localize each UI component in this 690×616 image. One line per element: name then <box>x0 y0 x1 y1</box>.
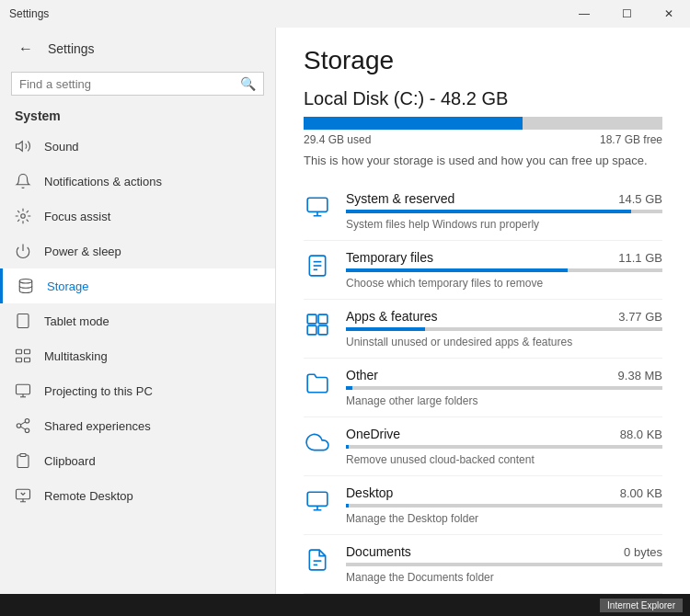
sidebar-item-remote[interactable]: Remote Desktop <box>0 478 275 513</box>
nav-items-container: Sound Notifications & actions Focus assi… <box>0 129 275 513</box>
temp-storage-icon <box>304 252 331 279</box>
svg-rect-9 <box>17 384 30 394</box>
svg-rect-28 <box>307 492 328 506</box>
sidebar-item-focus[interactable]: Focus assist <box>0 199 275 234</box>
sidebar-item-power[interactable]: Power & sleep <box>0 234 275 268</box>
storage-bar-fill-system <box>346 210 631 213</box>
tablet-icon <box>15 313 31 329</box>
page-title: Storage <box>304 46 662 75</box>
svg-rect-19 <box>307 198 328 211</box>
storage-name-desktop: Desktop <box>346 485 393 500</box>
sidebar-item-shared[interactable]: Shared experiences <box>0 408 275 443</box>
storage-item-documents[interactable]: Documents 0 bytes Manage the Documents f… <box>304 535 662 594</box>
search-input[interactable] <box>19 77 240 91</box>
search-icon[interactable]: 🔍 <box>240 76 256 91</box>
disk-stats: 29.4 GB used 18.7 GB free <box>304 133 662 146</box>
storage-info-temp: Temporary files 11.1 GB Choose which tem… <box>346 250 662 290</box>
sidebar-header: ← Settings <box>0 28 275 66</box>
search-box[interactable]: 🔍 <box>11 72 264 96</box>
storage-bar-documents <box>346 563 662 566</box>
storage-top-temp: Temporary files 11.1 GB <box>346 250 662 265</box>
svg-rect-7 <box>17 358 22 362</box>
sidebar-item-label-multitasking: Multitasking <box>44 349 108 363</box>
apps-storage-icon <box>304 311 331 338</box>
storage-size-apps: 3.77 GB <box>618 310 662 324</box>
svg-point-0 <box>21 214 26 219</box>
storage-item-system[interactable]: System & reserved 14.5 GB System files h… <box>304 182 662 241</box>
storage-item-desktop[interactable]: Desktop 8.00 KB Manage the Desktop folde… <box>304 476 662 535</box>
desktop-storage-icon <box>304 487 331 515</box>
storage-top-apps: Apps & features 3.77 GB <box>346 309 662 324</box>
storage-item-temp[interactable]: Temporary files 11.1 GB Choose which tem… <box>304 241 662 300</box>
svg-rect-17 <box>20 454 26 457</box>
shared-icon <box>15 417 31 434</box>
sidebar-item-notifications[interactable]: Notifications & actions <box>0 164 275 199</box>
disk-description: This is how your storage is used and how… <box>304 154 662 167</box>
svg-rect-5 <box>17 349 22 354</box>
storage-item-onedrive[interactable]: OneDrive 88.0 KB Remove unused cloud-bac… <box>304 417 662 476</box>
title-bar-title: Settings <box>9 7 49 20</box>
svg-point-13 <box>17 424 21 428</box>
sidebar-item-label-power: Power & sleep <box>44 245 121 258</box>
notifications-icon <box>15 173 31 189</box>
maximize-button[interactable]: ☐ <box>605 0 648 28</box>
svg-rect-6 <box>25 349 30 354</box>
storage-bar-other <box>346 386 662 390</box>
focus-icon <box>15 208 31 224</box>
sidebar-item-projecting[interactable]: Projecting to this PC <box>0 373 275 408</box>
sidebar-item-label-remote: Remote Desktop <box>44 489 133 503</box>
storage-desc-system: System files help Windows run properly <box>346 218 662 231</box>
onedrive-storage-icon <box>304 428 331 456</box>
sidebar-item-multitasking[interactable]: Multitasking <box>0 338 275 373</box>
sidebar-item-clipboard[interactable]: Clipboard <box>0 443 275 478</box>
storage-size-desktop: 8.00 KB <box>620 486 662 500</box>
storage-name-documents: Documents <box>346 544 411 559</box>
minimize-button[interactable]: — <box>563 0 605 28</box>
sidebar-item-label-sound: Sound <box>44 140 79 154</box>
storage-icon <box>17 278 34 294</box>
multitasking-icon <box>15 348 31 364</box>
storage-bar-fill-onedrive <box>346 445 349 449</box>
back-button[interactable]: ← <box>15 37 37 61</box>
other-storage-icon <box>304 370 331 397</box>
sidebar-item-label-projecting: Projecting to this PC <box>44 384 153 398</box>
storage-size-onedrive: 88.0 KB <box>620 428 662 441</box>
sidebar-item-label-focus: Focus assist <box>44 210 110 223</box>
system-storage-icon <box>304 193 331 221</box>
storage-name-onedrive: OneDrive <box>346 427 400 441</box>
svg-point-14 <box>25 428 29 433</box>
sound-icon <box>15 138 31 154</box>
storage-items-container: System & reserved 14.5 GB System files h… <box>304 182 662 594</box>
svg-rect-26 <box>307 325 316 335</box>
storage-name-system: System & reserved <box>346 191 454 206</box>
storage-info-documents: Documents 0 bytes Manage the Documents f… <box>346 544 662 584</box>
sidebar-item-tablet[interactable]: Tablet mode <box>0 303 275 338</box>
storage-top-documents: Documents 0 bytes <box>346 544 662 559</box>
sidebar-item-label-clipboard: Clipboard <box>44 454 96 468</box>
power-icon <box>15 243 31 259</box>
svg-point-12 <box>25 419 29 424</box>
storage-info-apps: Apps & features 3.77 GB Uninstall unused… <box>346 309 662 348</box>
storage-desc-documents: Manage the Documents folder <box>346 571 662 584</box>
storage-info-onedrive: OneDrive 88.0 KB Remove unused cloud-bac… <box>346 427 662 466</box>
disk-bar-container <box>304 117 662 130</box>
svg-line-16 <box>20 422 25 425</box>
sidebar-item-storage[interactable]: Storage <box>0 268 275 303</box>
storage-bar-fill-desktop <box>346 504 349 508</box>
storage-bar-fill-temp <box>346 268 568 272</box>
storage-bar-fill-other <box>346 386 352 390</box>
sidebar-item-sound[interactable]: Sound <box>0 129 275 164</box>
title-bar-left: Settings <box>9 7 49 20</box>
storage-bar-onedrive <box>346 445 662 449</box>
system-label: System <box>0 105 275 129</box>
taskbar: Internet Explorer <box>0 594 690 616</box>
ie-taskbar-item[interactable]: Internet Explorer <box>600 599 683 612</box>
storage-bar-apps <box>346 327 662 331</box>
svg-line-15 <box>20 427 25 429</box>
svg-rect-24 <box>307 314 316 324</box>
storage-item-apps[interactable]: Apps & features 3.77 GB Uninstall unused… <box>304 300 662 359</box>
right-panel: Storage Local Disk (C:) - 48.2 GB 29.4 G… <box>276 28 690 594</box>
storage-item-other[interactable]: Other 9.38 MB Manage other large folders <box>304 359 662 417</box>
storage-top-system: System & reserved 14.5 GB <box>346 191 662 206</box>
close-button[interactable]: ✕ <box>648 0 690 28</box>
